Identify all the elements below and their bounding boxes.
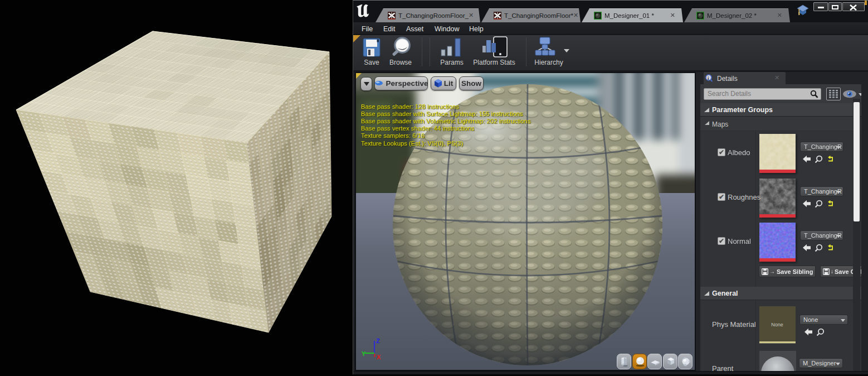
svg-text:Y: Y — [362, 350, 366, 357]
svg-text:Z: Z — [376, 338, 380, 344]
svg-text:X: X — [377, 354, 381, 360]
svg-text:None: None — [771, 322, 783, 327]
